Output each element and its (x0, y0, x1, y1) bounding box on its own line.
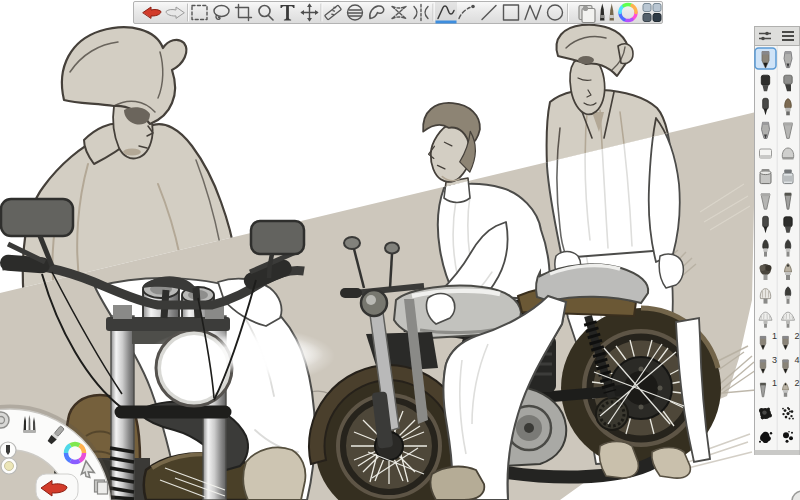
svg-text:3: 3 (772, 355, 777, 365)
svg-text:2: 2 (795, 378, 800, 388)
svg-text:4: 4 (795, 355, 800, 365)
svg-text:2: 2 (795, 331, 800, 341)
svg-text:1: 1 (772, 378, 777, 388)
svg-text:1: 1 (772, 331, 777, 341)
